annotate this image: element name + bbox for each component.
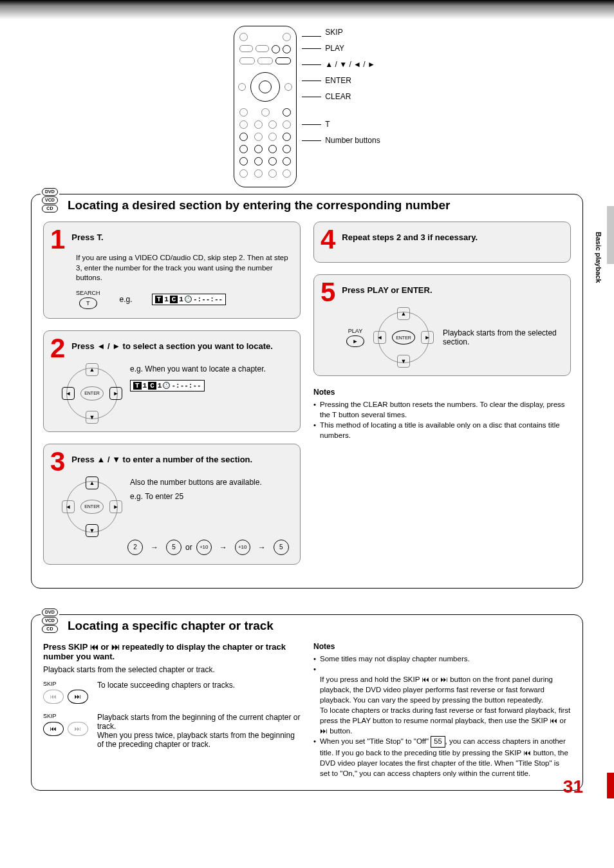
remote-number-icon — [239, 145, 248, 153]
remote-label-dpad: ▲ / ▼ / ◄ / ► — [325, 60, 375, 69]
arrow-icon: → — [219, 543, 227, 552]
skip-prev-button-dim: ⏮ — [43, 690, 64, 704]
skip-fwd-desc: To locate succeeding chapters or tracks. — [97, 681, 301, 704]
skip-next-button: ⏭ — [68, 690, 88, 704]
step5-desc: Playback starts from the selected sectio… — [443, 328, 561, 346]
section1-title: Locating a desired section by entering t… — [68, 198, 571, 212]
remote-label-t: T — [325, 120, 330, 129]
key-2: 2 — [127, 540, 143, 555]
skip-prev-icon: ⏮ — [422, 675, 429, 683]
step2-eg-label: e.g. When you want to locate a chapter. — [130, 364, 291, 373]
step5-number: 5 — [321, 281, 335, 303]
key-plus10: +10 — [235, 540, 250, 555]
play-button-illustration: PLAY ► — [346, 328, 364, 347]
badge-cd: CD — [42, 205, 58, 212]
section1-note-1: Pressing the CLEAR button resets the num… — [313, 399, 571, 420]
step-3: 3 Press ▲ / ▼ to enter a number of the s… — [43, 444, 301, 565]
step5-title: Press PLAY or ENTER. — [342, 285, 432, 295]
skip-next-button-dim: ⏭ — [68, 722, 88, 736]
remote-skip-next-icon — [283, 45, 291, 53]
remote-label-number: Number buttons — [325, 136, 380, 145]
section2-title: Locating a specific chapter or track — [68, 619, 571, 633]
play-icon: ► — [346, 335, 364, 347]
remote-label-enter: ENTER — [325, 76, 351, 85]
left-arrow-icon: ◄ — [97, 341, 105, 351]
remote-label-clear: CLEAR — [325, 92, 351, 101]
dpad-down-icon: ▼ — [86, 524, 98, 537]
step1-title: Press T. — [71, 232, 103, 242]
dpad-up-icon: ▲ — [86, 476, 98, 489]
step1-osd: T1 C1 🕐-:--:-- — [152, 294, 227, 305]
skip-next-icon: ⏭ — [320, 727, 328, 735]
skip-prev-icon: ⏮ — [550, 717, 557, 724]
step1-number: 1 — [50, 229, 65, 250]
step3-title: Press ▲ / ▼ to enter a number of the sec… — [71, 455, 252, 464]
step3-number: 3 — [50, 451, 65, 473]
badge-vcd: VCD — [42, 617, 58, 625]
remote-clear-icon — [283, 108, 291, 117]
badge-dvd: DVD — [42, 188, 58, 196]
dpad-illustration-ud: ◄ ► ▲ ▼ ENTER — [63, 478, 121, 536]
remote-label-play: PLAY — [325, 44, 344, 53]
dpad-right-icon: ► — [109, 387, 122, 400]
dpad-illustration-lr: ◄ ► ▲ ▼ ENTER — [63, 364, 121, 422]
t-button-illustration: SEARCH T — [76, 290, 100, 309]
skip-prev-icon: ⏮ — [523, 749, 531, 757]
remote-skip-prev-icon — [272, 45, 280, 53]
step4-title: Repeat steps 2 and 3 if necessary. — [342, 232, 478, 242]
remote-label-skip: SKIP — [325, 28, 342, 37]
skip-next-icon: ⏭ — [440, 675, 448, 683]
section2-note-3: When you set "Title Stop" to "Off" 55, y… — [313, 736, 571, 778]
page-number-bar — [607, 773, 614, 798]
badge-vcd: VCD — [42, 196, 58, 204]
page-number: 31 — [563, 777, 583, 797]
up-arrow-icon: ▲ — [97, 455, 105, 464]
step2-title: Press ◄ / ► to select a section you want… — [71, 341, 273, 351]
badge-cd: CD — [42, 625, 58, 633]
step2-osd: T1 C1 🕐-:--:-- — [130, 380, 205, 392]
section-locate-chapter-track: DVD VCD CD Locating a specific chapter o… — [31, 614, 583, 791]
step-4: 4 Repeat steps 2 and 3 if necessary. — [313, 222, 571, 263]
section2-heading: Press SKIP ⏮ or ⏭ repeatedly to display … — [43, 642, 301, 661]
skip-rev-desc: Playback starts from the beginning of th… — [97, 713, 301, 749]
key-5: 5 — [166, 540, 181, 555]
remote-enter-icon — [259, 80, 272, 93]
section1-note-2: This method of locating a title is avail… — [313, 420, 571, 440]
remote-diagram: SKIP PLAY ▲ / ▼ / ◄ / ► ENTER CLEAR T Nu… — [31, 26, 583, 187]
clock-icon: 🕐 — [185, 296, 192, 303]
step-1: 1 Press T. If you are using a VIDEO CD/a… — [43, 222, 301, 319]
page-ref-55: 55 — [431, 736, 445, 747]
section2-notes-heading: Notes — [313, 642, 571, 651]
step3-body1: Also the number buttons are available. — [130, 478, 291, 487]
remote-t-icon — [239, 133, 248, 141]
clock-icon: 🕐 — [163, 382, 170, 389]
skip-next-icon: ⏭ — [111, 642, 120, 652]
section-locate-by-number: DVD VCD CD Locating a desired section by… — [31, 194, 583, 589]
step4-number: 4 — [321, 229, 335, 250]
dpad-left-icon: ◄ — [62, 387, 75, 400]
skip-label: SKIP — [43, 681, 88, 687]
enter-button-icon: ENTER — [392, 330, 415, 344]
skip-prev-icon: ⏮ — [90, 642, 98, 652]
skip-label: SKIP — [43, 713, 88, 719]
section1-notes-heading: Notes — [313, 388, 571, 397]
dpad-illustration-enter: ◄ ► ▲ ▼ ENTER — [375, 308, 433, 366]
arrow-icon: → — [258, 543, 266, 552]
down-arrow-icon: ▼ — [112, 455, 120, 464]
key-5: 5 — [274, 540, 289, 555]
right-arrow-icon: ► — [112, 341, 120, 351]
badge-dvd: DVD — [42, 609, 58, 616]
skip-prev-button: ⏮ — [43, 722, 64, 736]
step1-eg-label: e.g. — [120, 295, 133, 304]
remote-play-icon — [275, 57, 291, 64]
step2-number: 2 — [50, 337, 65, 359]
step1-desc: If you are using a VIDEO CD/audio CD, sk… — [76, 253, 291, 283]
step3-body2: e.g. To enter 25 — [130, 492, 291, 501]
arrow-icon: → — [151, 543, 158, 552]
section2-note-2: If you press and hold the SKIP ⏮ or ⏭ bu… — [313, 664, 571, 737]
step-5: 5 Press PLAY or ENTER. PLAY ► ◄ ► ▲ — [313, 274, 571, 376]
key-plus10: +10 — [196, 540, 212, 555]
or-label: or — [185, 543, 192, 552]
step-2: 2 Press ◄ / ► to select a section you wa… — [43, 330, 301, 432]
section2-line1: Playback starts from the selected chapte… — [43, 665, 301, 674]
